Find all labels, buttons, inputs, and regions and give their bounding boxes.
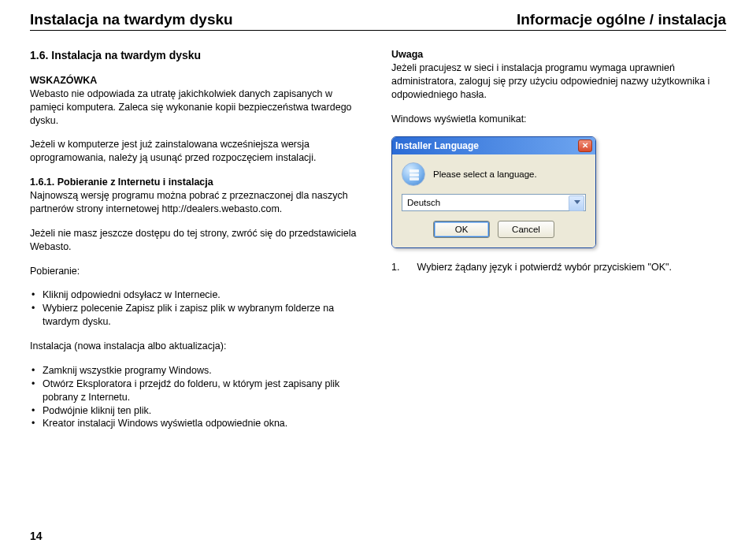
left-column: 1.6. Instalacja na twardym dysku WSKAZÓW… [30,48,365,441]
header-right-title: Informacje ogólne / instalacja [517,11,726,28]
preinstall-note: Jeżeli w komputerze jest już zainstalowa… [30,138,365,165]
close-icon[interactable]: ✕ [578,140,592,152]
ok-button[interactable]: OK [433,221,490,238]
list-item: Kliknij odpowiedni odsyłacz w Internecie… [32,288,365,302]
language-select[interactable]: Deutsch [402,194,586,211]
step-1-number: 1. [391,261,399,274]
cancel-button[interactable]: Cancel [498,221,554,238]
hint-text: Webasto nie odpowiada za utratę jakichko… [30,88,352,126]
list-item: Zamknij wszystkie programy Windows. [32,364,365,378]
dialog-title-text: Installer Language [395,140,479,152]
header-left-title: Instalacja na twardym dysku [30,11,233,28]
dialog-prompt-text: Please select a language. [433,169,537,181]
globe-icon [402,162,425,186]
section-title-1-6: 1.6. Instalacja na twardym dysku [30,48,365,63]
chevron-down-icon [574,200,580,204]
download-bullets: Kliknij odpowiedni odsyłacz w Internecie… [30,288,365,329]
sub-161-text: Najnowszą wersję programu można pobrać z… [30,190,348,214]
note-label: Uwaga [391,49,423,60]
no-access-text: Jeżeli nie masz jeszcze dostępu do tej s… [30,227,365,254]
note-text: Jeżeli pracujesz w sieci i instalacja pr… [391,62,710,100]
windows-msg-text: Windows wyświetla komunikat: [391,113,726,126]
list-item: Otwórz Eksploratora i przejdź do folderu… [32,378,365,404]
note-block: Uwaga Jeżeli pracujesz w sieci i instala… [391,48,726,102]
language-selected-value: Deutsch [407,197,440,210]
page-number: 14 [30,530,43,542]
list-item: Podwójnie kliknij ten plik. [32,404,365,418]
sub-161-label: 1.6.1. Pobieranie z Internetu i instalac… [30,177,213,188]
install-label: Instalacja (nowa instalacja albo aktuali… [30,340,365,353]
hint-label: WSKAZÓWKA [30,75,97,86]
dialog-titlebar: Installer Language ✕ [392,137,595,154]
list-item: Kreator instalacji Windows wyświetla odp… [32,417,365,430]
list-item: Wybierz polecenie Zapisz plik i zapisz p… [32,302,365,329]
step-1-text: Wybierz żądany język i potwierdź wybór p… [417,261,671,274]
dialog-button-row: OK Cancel [402,221,586,238]
hint-block: WSKAZÓWKA Webasto nie odpowiada za utrat… [30,74,365,128]
subsection-1-6-1: 1.6.1. Pobieranie z Internetu i instalac… [30,176,365,216]
right-column: Uwaga Jeżeli pracujesz w sieci i instala… [391,48,726,441]
install-bullets: Zamknij wszystkie programy Windows. Otwó… [30,364,365,430]
step-1-line: 1. Wybierz żądany język i potwierdź wybó… [391,261,726,274]
download-label: Pobieranie: [30,265,365,278]
content-columns: 1.6. Instalacja na twardym dysku WSKAZÓW… [30,48,726,441]
installer-language-dialog: Installer Language ✕ Please select a lan… [391,136,596,248]
dialog-prompt-row: Please select a language. [402,162,586,186]
dialog-body: Please select a language. Deutsch OK Can… [392,154,595,247]
page-header: Instalacja na twardym dysku Informacje o… [30,11,726,31]
